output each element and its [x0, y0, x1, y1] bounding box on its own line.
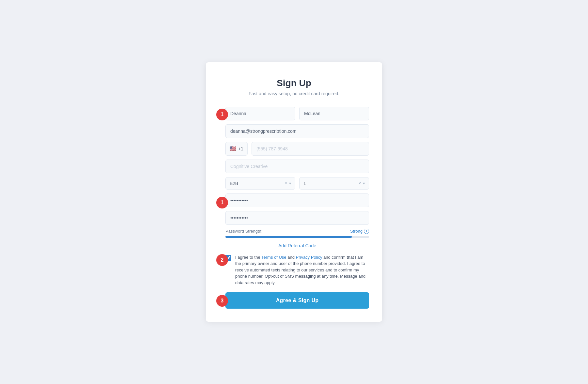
phone-country-selector[interactable]: 🇺🇸 +1 [225, 142, 248, 156]
signup-card: Sign Up Fast and easy setup, no credit c… [206, 62, 382, 322]
team-size-chevron-icon: ▾ [363, 181, 365, 186]
password-strength-label: Password Strength: [225, 229, 262, 234]
phone-country-code: +1 [238, 146, 243, 151]
password-input[interactable] [225, 193, 369, 207]
step-badge-3: 3 [216, 295, 228, 307]
password-section: 1 Password Strength: Strong i [225, 193, 369, 238]
password-strength-bar [225, 236, 369, 238]
password-row [225, 193, 369, 207]
agree-signup-button[interactable]: Agree & Sign Up [225, 292, 369, 309]
first-name-field [225, 107, 295, 120]
phone-number-field [252, 142, 369, 156]
submit-section: 3 Agree & Sign Up [225, 292, 369, 309]
password-strength-fill [225, 236, 352, 238]
add-referral-code-link[interactable]: Add Referral Code [225, 243, 369, 248]
company-row [225, 160, 369, 173]
password-strength-value: Strong i [350, 229, 369, 234]
email-row [225, 124, 369, 138]
step-badge-1: 1 [216, 109, 228, 120]
company-field [225, 160, 369, 173]
last-name-input[interactable] [299, 107, 369, 120]
confirm-password-row [225, 211, 369, 225]
email-field [225, 124, 369, 138]
industry-dropdown[interactable]: B2B × ▾ [225, 177, 295, 190]
password-field [225, 193, 369, 207]
page-subtitle: Fast and easy setup, no credit card requ… [219, 91, 369, 96]
email-input[interactable] [225, 124, 369, 138]
industry-clear-icon[interactable]: × [285, 181, 287, 186]
step-badge-1b: 1 [216, 197, 228, 208]
phone-row: 🇺🇸 +1 [225, 142, 369, 156]
first-name-input[interactable] [225, 107, 295, 120]
password-strength-row: Password Strength: Strong i [225, 229, 369, 234]
team-size-value: 1 [303, 181, 359, 186]
confirm-password-field [225, 211, 369, 225]
agree-text: I agree to the Terms of Use and Privacy … [235, 254, 369, 286]
privacy-policy-link[interactable]: Privacy Policy [296, 255, 322, 260]
company-input[interactable] [225, 160, 369, 173]
team-size-dropdown[interactable]: 1 × ▾ [299, 177, 369, 190]
industry-chevron-icon: ▾ [289, 181, 291, 186]
page-title: Sign Up [219, 78, 369, 88]
industry-value: B2B [230, 181, 285, 186]
phone-number-input[interactable] [252, 142, 369, 156]
terms-of-use-link[interactable]: Terms of Use [261, 255, 286, 260]
password-strength-info-icon[interactable]: i [364, 229, 369, 234]
step-badge-2: 2 [216, 254, 228, 266]
agree-row: 2 I agree to the Terms of Use and Privac… [225, 254, 369, 286]
flag-icon: 🇺🇸 [230, 146, 236, 152]
team-size-clear-icon[interactable]: × [359, 181, 361, 186]
last-name-field [299, 107, 369, 120]
dropdowns-row: B2B × ▾ 1 × ▾ [225, 177, 369, 190]
confirm-password-input[interactable] [225, 211, 369, 225]
